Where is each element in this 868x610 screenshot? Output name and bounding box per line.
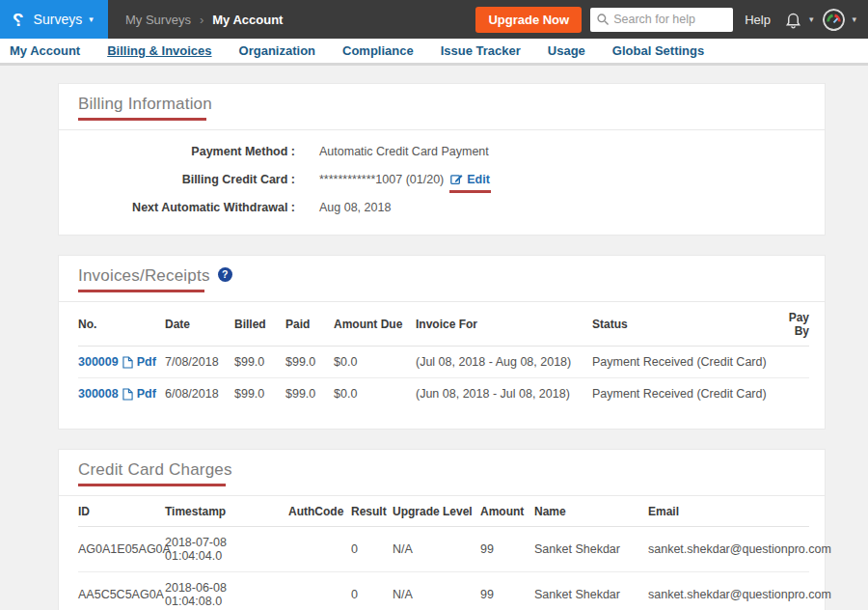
col-name: Name	[534, 496, 648, 527]
col-amount-due: Amount Due	[334, 302, 416, 347]
breadcrumb-current: My Account	[212, 13, 283, 27]
col-authcode: AuthCode	[288, 496, 351, 527]
invoice-date: 7/08/2018	[165, 347, 234, 378]
avatar	[823, 9, 845, 31]
invoice-row: 300008 Pdf 6/08/2018 $99.0 $99.0 $0.0 (J…	[78, 378, 809, 410]
pdf-file-icon	[122, 356, 133, 369]
tab-my-account[interactable]: My Account	[10, 43, 94, 58]
pdf-file-icon	[122, 388, 133, 401]
upgrade-now-button[interactable]: Upgrade Now	[475, 7, 582, 33]
invoice-for: (Jun 08, 2018 - Jul 08, 2018)	[416, 378, 592, 410]
product-switcher[interactable]: ? Surveys ▾	[0, 0, 108, 39]
tab-billing-invoices[interactable]: Billing & Invoices	[94, 43, 225, 58]
charge-name: Sanket Shekdar	[534, 527, 648, 572]
next-withdrawal-row: Next Automatic Withdrawal : Aug 08, 2018	[78, 193, 805, 221]
tab-usage[interactable]: Usage	[534, 43, 599, 58]
help-link[interactable]: Help	[745, 13, 771, 27]
edit-card-link[interactable]: Edit	[467, 173, 490, 186]
help-question-icon[interactable]: ?	[218, 267, 232, 282]
credit-card-charges-title: Credit Card Charges	[78, 460, 232, 486]
invoice-paid: $99.0	[285, 378, 334, 410]
charges-header-row: ID Timestamp AuthCode Result Upgrade Lev…	[78, 496, 809, 527]
help-search	[590, 8, 733, 32]
invoice-status: Payment Received (Credit Card)	[592, 378, 773, 410]
tab-issue-tracker[interactable]: Issue Tracker	[427, 43, 534, 58]
invoice-pdf-link[interactable]: Pdf	[137, 387, 156, 401]
account-nav-tabs: My Account Billing & Invoices Organizati…	[0, 39, 868, 66]
invoice-billed: $99.0	[234, 347, 285, 378]
charge-email: sanket.shekdar@questionpro.com	[648, 572, 809, 610]
charge-email: sanket.shekdar@questionpro.com	[648, 527, 809, 572]
billing-credit-card-value: ************1007 (01/20)	[319, 173, 444, 186]
charges-table: ID Timestamp AuthCode Result Upgrade Lev…	[78, 496, 809, 610]
product-label: Surveys	[34, 12, 83, 27]
charge-row: AG0A1E05AG0A 2018-07-08 01:04:04.0 0 N/A…	[78, 527, 809, 572]
edit-card-action[interactable]: Edit	[450, 173, 490, 186]
invoice-amount-due: $0.0	[334, 378, 416, 410]
invoice-for: (Jul 08, 2018 - Aug 08, 2018)	[416, 347, 592, 378]
col-result: Result	[351, 496, 393, 527]
charge-id: AG0A1E05AG0A	[78, 527, 165, 572]
charge-timestamp: 2018-07-08 01:04:04.0	[165, 527, 288, 572]
col-status: Status	[592, 302, 773, 347]
charge-name: Sanket Shekdar	[534, 572, 648, 610]
billing-information-title: Billing Information	[78, 95, 212, 121]
col-email: Email	[648, 496, 809, 527]
col-timestamp: Timestamp	[165, 496, 288, 527]
edit-pencil-icon	[450, 173, 463, 185]
invoice-pdf-link[interactable]: Pdf	[137, 355, 156, 369]
col-amount: Amount	[480, 496, 534, 527]
charge-result: 0	[351, 527, 393, 572]
col-id: ID	[78, 496, 165, 527]
charge-timestamp: 2018-06-08 01:04:08.0	[165, 572, 288, 610]
account-menu[interactable]: ▾	[823, 9, 856, 31]
breadcrumb: My Surveys › My Account	[125, 13, 283, 27]
charge-amount: 99	[480, 527, 534, 572]
invoice-row: 300009 Pdf 7/08/2018 $99.0 $99.0 $0.0 (J…	[78, 347, 809, 378]
invoices-header-row: No. Date Billed Paid Amount Due Invoice …	[78, 302, 809, 347]
invoice-paid: $99.0	[285, 347, 334, 378]
invoices-table: No. Date Billed Paid Amount Due Invoice …	[78, 302, 809, 409]
invoice-billed: $99.0	[234, 378, 285, 410]
invoice-status: Payment Received (Credit Card)	[592, 347, 773, 378]
col-billed: Billed	[234, 302, 285, 347]
invoices-receipts-card: Invoices/Receipts? No. Date Billed Paid …	[58, 255, 826, 430]
tab-compliance[interactable]: Compliance	[329, 43, 427, 58]
credit-card-charges-card: Credit Card Charges ID Timestamp AuthCod…	[58, 449, 826, 610]
invoice-amount-due: $0.0	[334, 347, 416, 378]
charge-id: AA5C5C5AG0A	[78, 572, 165, 610]
invoice-number-link[interactable]: 300008	[78, 387, 119, 401]
next-withdrawal-label: Next Automatic Withdrawal :	[78, 201, 295, 214]
main-content: Billing Information Payment Method : Aut…	[0, 66, 868, 610]
col-invoice-for: Invoice For	[416, 302, 592, 347]
charge-row: AA5C5C5AG0A 2018-06-08 01:04:08.0 0 N/A …	[78, 572, 809, 610]
notifications-menu[interactable]: ▾	[784, 11, 814, 29]
questionpro-logo-icon: ?	[13, 11, 24, 29]
bell-icon	[784, 11, 802, 29]
col-pay-by: Pay By	[773, 302, 809, 347]
tab-global-settings[interactable]: Global Settings	[599, 43, 718, 58]
breadcrumb-parent[interactable]: My Surveys	[125, 13, 191, 27]
search-icon	[596, 13, 610, 26]
search-input[interactable]	[590, 8, 733, 32]
billing-credit-card-label: Billing Credit Card :	[78, 173, 295, 186]
billing-credit-card-row: Billing Credit Card : ************1007 (…	[78, 165, 805, 193]
invoice-pay-by	[773, 378, 809, 410]
charge-amount: 99	[480, 572, 534, 610]
invoice-date: 6/08/2018	[165, 378, 234, 410]
col-upgrade-level: Upgrade Level	[393, 496, 480, 527]
invoice-number-link[interactable]: 300009	[78, 355, 119, 369]
payment-method-row: Payment Method : Automatic Credit Card P…	[78, 137, 805, 165]
chevron-down-icon: ▾	[852, 15, 856, 24]
tab-organization[interactable]: Organization	[226, 43, 329, 58]
payment-method-label: Payment Method :	[78, 145, 295, 158]
charge-result: 0	[351, 572, 393, 610]
breadcrumb-separator-icon: ›	[200, 13, 203, 27]
billing-information-card: Billing Information Payment Method : Aut…	[58, 83, 826, 236]
invoices-receipts-title: Invoices/Receipts	[78, 266, 210, 292]
col-paid: Paid	[285, 302, 334, 347]
payment-method-value: Automatic Credit Card Payment	[319, 145, 489, 158]
charge-authcode	[288, 572, 351, 610]
invoice-pay-by	[773, 347, 809, 378]
top-bar: ? Surveys ▾ My Surveys › My Account Upgr…	[0, 0, 868, 39]
